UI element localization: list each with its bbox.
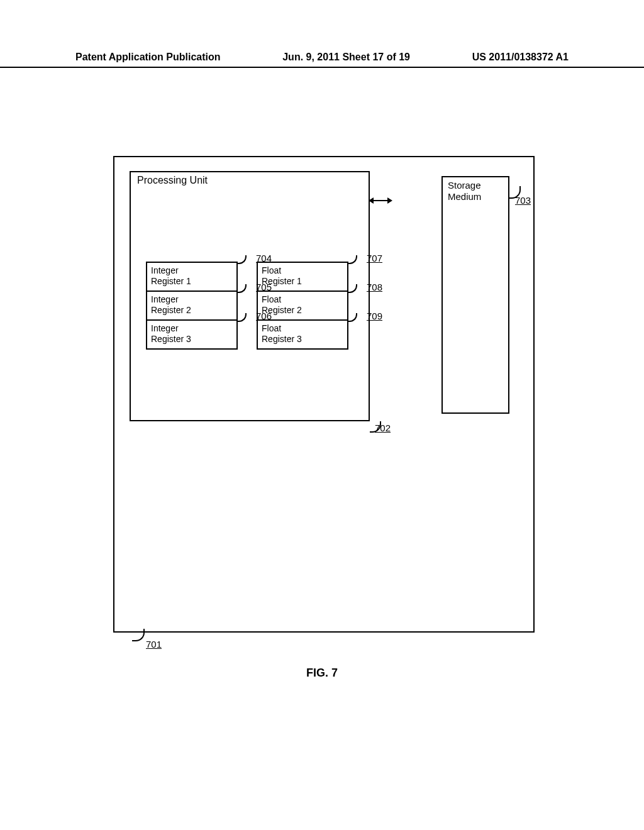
integer-register-3-label: Integer Register 3 [151, 323, 191, 344]
float-register-3-label: Float Register 3 [262, 323, 302, 344]
processing-unit-title: Processing Unit [137, 175, 208, 186]
leader-line-icon [132, 629, 145, 641]
figure-caption: FIG. 7 [0, 667, 644, 680]
integer-register-3: Integer Register 3 706 [146, 319, 238, 350]
leader-line-icon [238, 284, 247, 293]
leader-line-icon [348, 313, 357, 322]
page-header: Patent Application Publication Jun. 9, 2… [0, 52, 644, 68]
ref-701: 701 [146, 639, 162, 650]
float-register-2: Float Register 2 708 [257, 290, 348, 321]
float-register-column: Float Register 1 707 Float Register 2 70… [257, 262, 348, 350]
system-box-701: Processing Unit Integer Register 1 704 I… [113, 156, 535, 633]
leader-line-icon [238, 313, 247, 322]
storage-medium-title: Storage Medium [448, 180, 481, 202]
integer-register-1: Integer Register 1 704 [146, 262, 238, 292]
integer-register-1-label: Integer Register 1 [151, 265, 191, 286]
float-register-2-label: Float Register 2 [262, 294, 302, 315]
header-center: Jun. 9, 2011 Sheet 17 of 19 [282, 52, 410, 63]
float-register-1: Float Register 1 707 [257, 262, 348, 292]
integer-register-2: Integer Register 2 705 [146, 290, 238, 321]
integer-register-2-label: Integer Register 2 [151, 294, 191, 315]
ref-707: 707 [367, 253, 382, 264]
patent-figure-page: Patent Application Publication Jun. 9, 2… [0, 0, 644, 830]
leader-line-icon [238, 255, 247, 264]
header-right: US 2011/0138372 A1 [472, 52, 569, 63]
leader-line-icon [348, 255, 357, 264]
bidirectional-arrow-icon [370, 200, 391, 201]
header-left: Patent Application Publication [75, 52, 221, 63]
integer-register-column: Integer Register 1 704 Integer Register … [146, 262, 238, 350]
ref-708: 708 [367, 282, 382, 293]
float-register-1-label: Float Register 1 [262, 265, 302, 286]
processing-unit-box: Processing Unit Integer Register 1 704 I… [130, 171, 370, 421]
storage-medium-box: Storage Medium [441, 176, 509, 414]
float-register-3: Float Register 3 709 [257, 319, 348, 350]
ref-702: 702 [375, 423, 391, 433]
ref-703: 703 [515, 195, 531, 206]
leader-line-icon [348, 284, 357, 293]
ref-709: 709 [367, 311, 382, 322]
